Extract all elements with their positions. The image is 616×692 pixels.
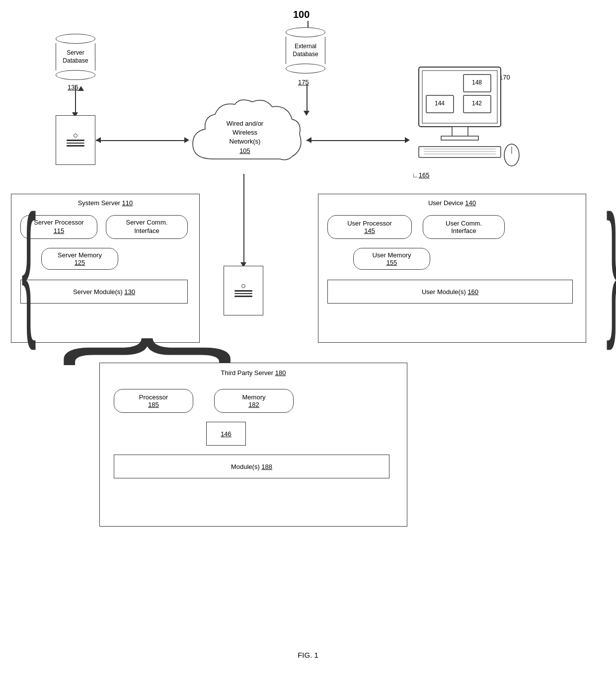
user-device-title-label: User Device 140	[318, 199, 586, 207]
processor-box: Processor 185	[114, 389, 193, 413]
server-lines-bottom	[234, 290, 252, 297]
server-tower-body-bottom	[224, 266, 263, 315]
server-line-b2	[234, 293, 252, 295]
third-party-server-box: Third Party Server 180 Processor 185 Mem…	[99, 363, 407, 527]
server-db-label2: Database	[63, 57, 88, 65]
memory-box: Memory 182	[214, 389, 294, 413]
user-to-network-arrow	[307, 137, 311, 143]
network-to-user-line	[307, 140, 406, 141]
user-comm-label2: Interface	[446, 227, 482, 234]
server-db-bottom	[56, 70, 95, 80]
diagram: 100 External Database 175 Server Databas…	[0, 0, 616, 666]
server-memory-box: Server Memory 125	[41, 248, 118, 270]
network-label1: Wired and/or	[210, 119, 280, 128]
external-db-top	[286, 27, 325, 37]
svg-text:142: 142	[472, 100, 482, 107]
user-processor-label: User Processor	[347, 220, 392, 227]
server-lines-left	[67, 140, 84, 147]
label-165: ∟165	[412, 171, 429, 179]
server-db-number: 135	[68, 83, 78, 91]
external-db-body: External Database	[286, 37, 325, 64]
user-device-box: User Device 140 User Processor 145 User …	[318, 194, 586, 343]
server-processor-label: Server Processor	[34, 219, 83, 227]
server-line-b1	[234, 290, 252, 292]
server-line-2	[67, 143, 84, 144]
processor-label: Processor	[139, 393, 168, 401]
system-server-title-label: System Server 110	[11, 199, 199, 207]
server-dot-bottom	[241, 284, 245, 288]
external-db-label: External	[295, 43, 316, 51]
user-comm-label: User Comm.	[446, 220, 482, 227]
server-to-db-arrow-up	[78, 86, 84, 91]
db-to-server-line	[75, 86, 76, 113]
server-line-b3	[234, 296, 252, 297]
module-146-box: 146	[206, 422, 246, 446]
memory-label: Memory	[242, 393, 266, 401]
network-to-user-arrow	[405, 137, 410, 143]
server-to-network-line	[96, 140, 185, 141]
network-to-server-arrow	[96, 137, 101, 143]
fig-label: FIG. 1	[268, 651, 348, 659]
network-label2: Wireless	[210, 128, 280, 137]
server-database: Server Database	[56, 34, 95, 80]
brace-right: }	[606, 193, 616, 342]
server-tower-bottom	[224, 266, 263, 315]
diagram-number: 100	[293, 9, 309, 20]
network-to-third-party-line	[243, 174, 244, 263]
network-label3: Network(s)	[210, 137, 280, 146]
third-party-title-label: Third Party Server 180	[100, 369, 407, 377]
server-tower-left	[56, 115, 95, 165]
external-db-bottom	[286, 64, 325, 74]
server-db-label: Server	[67, 49, 84, 57]
server-dot-left	[74, 134, 77, 138]
modules-label: Module(s)	[231, 463, 260, 470]
system-server-box: System Server 110 Server Processor 115 S…	[11, 194, 200, 343]
server-comm-box: Server Comm. Interface	[106, 215, 188, 239]
svg-rect-2	[441, 136, 478, 140]
user-memory-box: User Memory 155	[353, 248, 430, 270]
server-memory-label: Server Memory	[58, 251, 102, 259]
user-modules-box: User Module(s) 160	[327, 280, 573, 304]
svg-text:144: 144	[435, 100, 445, 107]
server-modules-label: Server Module(s)	[73, 288, 123, 296]
modules-box: Module(s) 188	[114, 455, 389, 478]
user-modules-label: User Module(s)	[422, 288, 466, 296]
svg-rect-1	[452, 127, 468, 137]
computer-monitor: 148 144 142	[416, 65, 521, 170]
network-number: 105	[210, 147, 280, 155]
server-db-top	[56, 34, 95, 44]
user-processor-box: User Processor 145	[327, 215, 412, 239]
server-line-3	[67, 145, 84, 147]
server-line-1	[67, 140, 84, 141]
network-cloud: Wired and/or Wireless Network(s) 105	[183, 94, 307, 175]
server-db-body: Server Database	[56, 43, 95, 71]
server-comm-label: Server Comm.	[126, 219, 168, 227]
user-memory-label: User Memory	[372, 251, 411, 259]
user-comm-box: User Comm. Interface	[423, 215, 505, 239]
server-comm-label2: Interface	[126, 227, 168, 235]
external-database: External Database	[286, 27, 325, 74]
server-modules-box: Server Module(s) 130	[20, 280, 188, 304]
svg-text:148: 148	[472, 79, 482, 86]
server-tower-body-left	[56, 115, 95, 165]
external-db-label2: Database	[293, 51, 318, 59]
brace-left: {	[21, 193, 36, 342]
svg-rect-10	[419, 147, 501, 157]
